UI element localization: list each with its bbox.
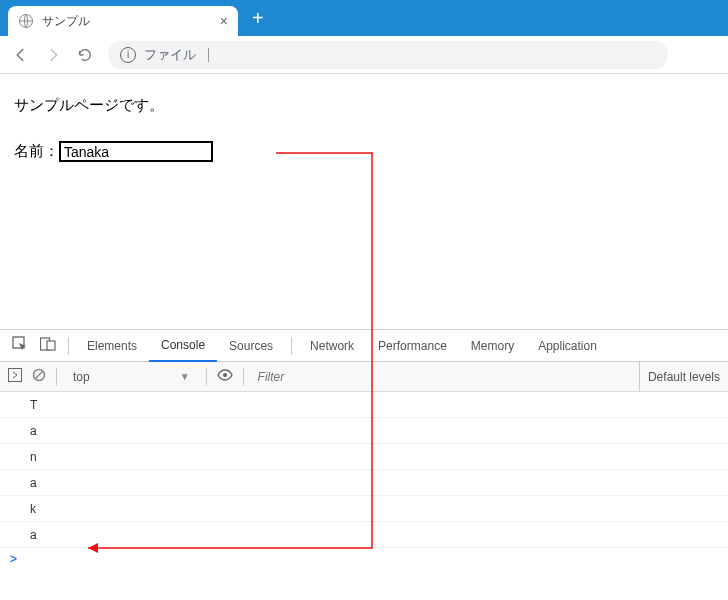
console-output: T a n a k a >	[0, 392, 728, 600]
globe-icon	[18, 13, 34, 29]
address-bar: i ファイル	[0, 36, 728, 74]
console-line: k	[0, 496, 728, 522]
svg-rect-3	[47, 341, 55, 350]
separator	[291, 337, 292, 355]
name-row: 名前：	[14, 141, 714, 162]
console-line: T	[0, 392, 728, 418]
devtools-panel: Elements Console Sources Network Perform…	[0, 329, 728, 600]
tab-application[interactable]: Application	[526, 331, 609, 361]
eye-icon[interactable]	[217, 368, 233, 385]
separator	[68, 337, 69, 355]
browser-tab[interactable]: サンプル ×	[8, 6, 238, 36]
svg-rect-4	[9, 369, 22, 382]
console-line: a	[0, 418, 728, 444]
console-prompt[interactable]: >	[0, 548, 728, 570]
log-levels[interactable]: Default levels	[639, 362, 728, 391]
console-line: a	[0, 470, 728, 496]
tab-elements[interactable]: Elements	[75, 331, 149, 361]
inspect-icon[interactable]	[6, 330, 34, 361]
clear-icon[interactable]	[32, 368, 46, 385]
close-icon[interactable]: ×	[220, 13, 228, 29]
back-icon[interactable]	[12, 46, 30, 64]
tab-title: サンプル	[42, 13, 212, 30]
url-text: ファイル	[144, 46, 196, 64]
console-sidebar-icon[interactable]	[8, 368, 22, 385]
name-input[interactable]	[59, 141, 213, 162]
tab-performance[interactable]: Performance	[366, 331, 459, 361]
console-toolbar: top ▼ Default levels	[0, 362, 728, 392]
separator	[243, 368, 244, 386]
name-label: 名前：	[14, 142, 59, 161]
context-selector[interactable]: top ▼	[67, 367, 196, 387]
separator	[206, 368, 207, 386]
tab-console[interactable]: Console	[149, 330, 217, 362]
omnibox[interactable]: i ファイル	[108, 41, 668, 69]
new-tab-button[interactable]: +	[238, 7, 278, 30]
page-body: サンプルページです。 名前：	[0, 74, 728, 184]
filter-input[interactable]	[254, 366, 629, 388]
devtools-tabs: Elements Console Sources Network Perform…	[0, 330, 728, 362]
console-line: n	[0, 444, 728, 470]
prompt-chevron-icon: >	[10, 552, 17, 566]
console-line: a	[0, 522, 728, 548]
forward-icon	[44, 46, 62, 64]
reload-icon[interactable]	[76, 46, 94, 64]
tab-sources[interactable]: Sources	[217, 331, 285, 361]
context-label: top	[73, 370, 90, 384]
window-titlebar: サンプル × +	[0, 0, 728, 36]
separator	[56, 368, 57, 386]
svg-point-6	[223, 373, 227, 377]
device-icon[interactable]	[34, 330, 62, 361]
tab-memory[interactable]: Memory	[459, 331, 526, 361]
info-icon[interactable]: i	[120, 47, 136, 63]
tab-network[interactable]: Network	[298, 331, 366, 361]
chevron-down-icon: ▼	[180, 371, 190, 382]
url-caret	[208, 48, 209, 62]
page-text: サンプルページです。	[14, 96, 714, 115]
